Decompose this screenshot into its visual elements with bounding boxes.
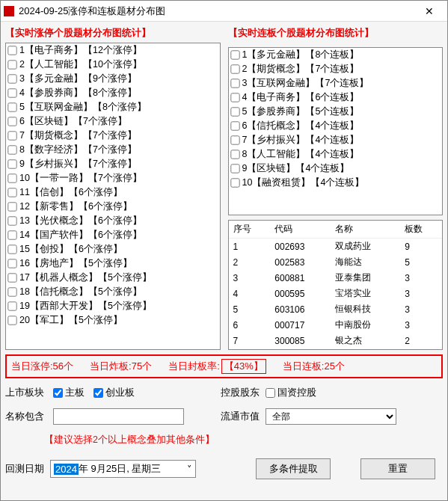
item-checkbox[interactable] <box>7 273 16 282</box>
float-label: 流通市值 <box>221 410 260 423</box>
reset-button[interactable]: 重置 <box>360 458 435 479</box>
list-item[interactable]: 2【人工智能】【10个涨停】 <box>6 58 220 72</box>
float-select[interactable]: 全部 <box>266 408 396 425</box>
item-checkbox[interactable] <box>7 245 16 253</box>
item-label: 1【电子商务】【12个涨停】 <box>19 44 142 57</box>
item-checkbox[interactable] <box>230 164 239 173</box>
table-row[interactable]: 8300561汇金科技2 <box>229 348 443 350</box>
list-item[interactable]: 8【数字经济】【7个涨停】 <box>6 143 220 157</box>
item-checkbox[interactable] <box>7 60 16 69</box>
item-label: 2【人工智能】【10个涨停】 <box>19 58 142 71</box>
item-checkbox[interactable] <box>7 230 16 239</box>
list-item[interactable]: 2【期货概念】【7个连板】 <box>229 62 443 76</box>
item-checkbox[interactable] <box>230 64 239 73</box>
table-row[interactable]: 3600881亚泰集团3 <box>229 270 443 286</box>
main-board-checkbox[interactable]: 主板 <box>53 386 85 399</box>
item-label: 8【数字经济】【7个涨停】 <box>19 144 137 156</box>
list-item[interactable]: 5【互联网金融】【8个涨停】 <box>6 100 220 114</box>
col-header[interactable]: 序号 <box>229 221 271 239</box>
list-item[interactable]: 3【多元金融】【9个涨停】 <box>6 72 220 86</box>
item-label: 2【期货概念】【7个连板】 <box>242 63 360 76</box>
list-item[interactable]: 18【信托概念】【5个涨停】 <box>6 285 220 299</box>
list-item[interactable]: 15【创投】【6个涨停】 <box>6 242 220 256</box>
list-item[interactable]: 7【乡村振兴】【4个连板】 <box>229 133 443 147</box>
stock-table-box[interactable]: 序号代码名称板数 1002693双成药业92002583海能达53600881亚… <box>228 220 444 350</box>
list-item[interactable]: 12【新零售】【6个涨停】 <box>6 200 220 214</box>
market-label: 上市板块 <box>5 386 44 399</box>
item-checkbox[interactable] <box>230 150 239 159</box>
list-item[interactable]: 5【参股券商】【5个连板】 <box>229 105 443 119</box>
item-checkbox[interactable] <box>7 287 16 296</box>
extract-button[interactable]: 多条件提取 <box>256 458 331 479</box>
item-checkbox[interactable] <box>7 316 16 325</box>
item-checkbox[interactable] <box>7 159 16 168</box>
item-checkbox[interactable] <box>7 259 16 268</box>
list-item[interactable]: 6【信托概念】【4个连板】 <box>229 119 443 133</box>
table-row[interactable]: 6000717中南股份3 <box>229 317 443 333</box>
list-item[interactable]: 8【人工智能】【4个连板】 <box>229 147 443 162</box>
list-item[interactable]: 16【房地产】【5个涨停】 <box>6 256 220 271</box>
date-picker[interactable]: 2024 年 9月25日, 星期三 ˅ <box>50 460 196 478</box>
item-checkbox[interactable] <box>7 188 16 197</box>
item-checkbox[interactable] <box>7 301 16 310</box>
list-item[interactable]: 9【区块链】【4个连板】 <box>229 162 443 176</box>
list-item[interactable]: 4【电子商务】【6个连板】 <box>229 90 443 105</box>
item-checkbox[interactable] <box>7 145 16 154</box>
item-checkbox[interactable] <box>7 117 16 126</box>
list-item[interactable]: 4【参股券商】【8个涨停】 <box>6 86 220 100</box>
list-item[interactable]: 10【一带一路】【7个涨停】 <box>6 171 220 185</box>
item-checkbox[interactable] <box>230 107 239 116</box>
table-row[interactable]: 4000595宝塔实业3 <box>229 286 443 301</box>
list-item[interactable]: 9【乡村振兴】【7个涨停】 <box>6 157 220 171</box>
consecutive-list[interactable]: 1【多元金融】【8个连板】2【期货概念】【7个连板】3【互联网金融】【7个连板】… <box>228 47 444 215</box>
item-label: 14【国产软件】【6个涨停】 <box>19 229 142 242</box>
item-checkbox[interactable] <box>7 102 16 111</box>
state-owned-checkbox[interactable]: 国资控股 <box>266 386 316 399</box>
list-item[interactable]: 1【多元金融】【8个连板】 <box>229 48 443 62</box>
table-row[interactable]: 2002583海能达5 <box>229 254 443 270</box>
left-header: 【实时涨停个股题材分布图统计】 <box>5 25 221 43</box>
limit-up-list[interactable]: 1【电子商务】【12个涨停】2【人工智能】【10个涨停】3【多元金融】【9个涨停… <box>5 43 221 350</box>
item-checkbox[interactable] <box>7 216 16 225</box>
item-checkbox[interactable] <box>7 173 16 182</box>
body: 【实时涨停个股题材分布图统计】 1【电子商务】【12个涨停】2【人工智能】【10… <box>1 22 447 500</box>
list-item[interactable]: 19【西部大开发】【5个涨停】 <box>6 299 220 313</box>
col-header[interactable]: 名称 <box>331 221 400 239</box>
item-checkbox[interactable] <box>230 121 239 130</box>
list-item[interactable]: 14【国产软件】【6个涨停】 <box>6 228 220 242</box>
item-checkbox[interactable] <box>7 46 16 55</box>
item-checkbox[interactable] <box>230 135 239 144</box>
item-label: 12【新零售】【6个涨停】 <box>19 200 132 213</box>
list-item[interactable]: 20【军工】【5个涨停】 <box>6 313 220 328</box>
item-checkbox[interactable] <box>230 178 239 187</box>
item-label: 3【互联网金融】【7个连板】 <box>242 77 369 90</box>
list-item[interactable]: 7【期货概念】【7个涨停】 <box>6 129 220 143</box>
col-header[interactable]: 代码 <box>270 221 331 239</box>
close-icon[interactable]: ✕ <box>414 1 444 21</box>
table-row[interactable]: 1002693双成药业9 <box>229 239 443 255</box>
name-input[interactable] <box>53 408 184 425</box>
table-row[interactable]: 7300085银之杰2 <box>229 333 443 348</box>
item-checkbox[interactable] <box>230 79 239 87</box>
list-item[interactable]: 1【电子商务】【12个涨停】 <box>6 43 220 58</box>
list-item[interactable]: 17【机器人概念】【5个涨停】 <box>6 271 220 285</box>
list-item[interactable]: 11【信创】【6个涨停】 <box>6 185 220 200</box>
gem-board-checkbox[interactable]: 创业板 <box>93 386 135 399</box>
list-item[interactable]: 10【融资租赁】【4个连板】 <box>229 176 443 190</box>
app-icon <box>4 6 14 16</box>
table-row[interactable]: 5603106恒银科技3 <box>229 301 443 317</box>
main-window: 2024-09-25涨停和连板题材分布图 ✕ 【实时涨停个股题材分布图统计】 1… <box>0 0 448 501</box>
item-checkbox[interactable] <box>7 74 16 83</box>
list-item[interactable]: 13【光伏概念】【6个涨停】 <box>6 214 220 228</box>
chevron-down-icon[interactable]: ˅ <box>187 464 192 475</box>
list-item[interactable]: 6【区块链】【7个涨停】 <box>6 114 220 129</box>
col-header[interactable]: 板数 <box>400 221 442 239</box>
window-title: 2024-09-25涨停和连板题材分布图 <box>19 4 414 18</box>
item-checkbox[interactable] <box>7 131 16 140</box>
item-checkbox[interactable] <box>230 93 239 102</box>
item-checkbox[interactable] <box>7 202 16 211</box>
item-checkbox[interactable] <box>7 88 16 97</box>
item-checkbox[interactable] <box>230 50 239 59</box>
list-item[interactable]: 3【互联网金融】【7个连板】 <box>229 76 443 90</box>
item-label: 5【参股券商】【5个连板】 <box>242 105 360 118</box>
